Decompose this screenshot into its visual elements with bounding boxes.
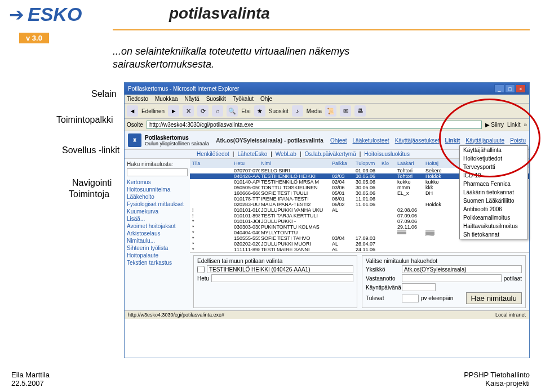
links-label[interactable]: Linkit — [507, 122, 520, 128]
menu-tools[interactable]: Työkalut — [233, 96, 254, 102]
sublink[interactable]: WebLab — [276, 151, 296, 157]
sidebar-item[interactable]: Hoitopalaute — [127, 252, 188, 259]
table-cell: * — [191, 235, 233, 241]
table-cell: 24.11.06 — [354, 247, 380, 252]
dropdown-item[interactable]: Sh tietokannat — [460, 230, 527, 239]
maximize-button[interactable]: □ — [505, 84, 515, 93]
table-row[interactable]: *111111-8985TESTI MAIRE SANNIAL24.11.06 — [190, 247, 529, 252]
dropdown-item[interactable]: Lääkärin tietokannat — [460, 188, 527, 197]
dropdown-item[interactable]: Käyttäjähallinta — [460, 146, 527, 154]
chevron-icon[interactable]: » — [524, 122, 527, 128]
table-cell — [424, 235, 448, 241]
box1-checkbox[interactable] — [197, 266, 205, 273]
dropdown-item[interactable]: Terveysportti — [460, 163, 527, 171]
sidebar-item[interactable]: Lääkehoito — [127, 193, 188, 201]
dropdown-item[interactable]: Antibiootti 2006 — [460, 205, 527, 213]
forward-button[interactable]: ► — [168, 105, 179, 117]
menu-view[interactable]: Näytä — [185, 96, 199, 102]
sidebar-title: Haku nimitaulusta: — [127, 161, 188, 167]
col-paikka[interactable]: Paikka — [331, 160, 354, 167]
col-hoitaj[interactable]: Hoitaj — [424, 160, 448, 167]
col-tulopvm[interactable]: Tulopvm — [354, 160, 380, 167]
status-right: Local intranet — [495, 312, 526, 318]
box2-tulevat-input[interactable] — [402, 295, 419, 302]
sidebar-search-input[interactable] — [127, 168, 188, 176]
box1-hetu-input[interactable] — [211, 274, 353, 282]
mail-icon[interactable]: ✉ — [340, 105, 351, 117]
favorites-label: Suosikit — [269, 108, 289, 114]
search-icon[interactable]: 🔍 — [227, 105, 238, 117]
menu-help[interactable]: Ohje — [260, 96, 272, 102]
table-cell: 30.05.06 — [354, 179, 380, 185]
home-button[interactable]: ⌂ — [212, 105, 223, 117]
print-icon[interactable]: 🖶 — [354, 105, 366, 117]
table-cell: 07.09.06 — [396, 219, 424, 224]
sidebar-item[interactable]: Kuumekurva — [127, 208, 188, 215]
statusbar: http://w3esko4:3030/cgi/potilasvalinta.e… — [125, 310, 529, 319]
table-cell — [191, 173, 233, 179]
table-cell — [396, 235, 424, 241]
sidebar-item[interactable]: Kertomus — [127, 179, 188, 186]
box2-yksikko-input[interactable]: Atk.os(OYSyleissairaala) — [402, 265, 522, 273]
col-hetu[interactable]: Hetu — [233, 160, 260, 167]
stop-button[interactable]: ✕ — [183, 105, 194, 117]
sidebar-item[interactable]: Avoimet hoitojaksot — [127, 222, 188, 230]
col-klo[interactable]: Klo — [380, 160, 396, 167]
sidebar-item[interactable]: Sihteerin työlista — [127, 244, 188, 252]
dropdown-item[interactable]: Haittavaikutusilmoitus — [460, 222, 527, 230]
sublink[interactable]: Henkilötiedot — [197, 151, 229, 157]
sidebar-item[interactable]: Lisää... — [127, 215, 188, 222]
table-cell — [396, 247, 424, 252]
dropdown-item[interactable]: Hoitoketjutiedot — [460, 154, 527, 163]
sidebar-item[interactable]: Fysiologiset mittaukset — [127, 201, 188, 208]
back-button[interactable]: ◄ — [127, 105, 138, 117]
box2-chk-label: pv eteenpäin — [421, 295, 453, 301]
sidebar-item[interactable]: Arkistoselaus — [127, 230, 188, 237]
sublink[interactable]: Os.lab.päiväkertymä — [305, 151, 356, 157]
box2-paiv-input[interactable] — [402, 283, 436, 291]
tab-laake[interactable]: Lääketulosteet — [353, 137, 389, 144]
sidebar-item[interactable]: Hoitosuunnitelma — [127, 186, 188, 193]
go-button[interactable]: ▶ Siirry — [485, 122, 504, 128]
refresh-button[interactable]: ⟳ — [197, 105, 209, 117]
table-cell — [380, 202, 396, 207]
box2-vasta-input[interactable] — [402, 274, 502, 282]
hae-button[interactable]: Hae nimitaulu — [466, 292, 522, 304]
table-cell — [424, 224, 448, 230]
media-icon[interactable]: ♪ — [292, 105, 303, 117]
table-cell: SOFIE TESTI TAHVO — [260, 235, 331, 241]
history-icon[interactable]: 📜 — [325, 105, 336, 117]
col-tila[interactable]: Tila — [191, 160, 233, 167]
dropdown-item[interactable]: Poikkeamailmoitus — [460, 213, 527, 222]
dropdown-item[interactable]: Pharmaca Fennica — [460, 180, 527, 188]
address-input[interactable]: http://w3esko4:3030/cgi/potilasvalinta.e… — [147, 121, 482, 129]
sidebar-item[interactable]: Tekstien tarkastus — [127, 259, 188, 266]
table-cell: 03/06 — [331, 185, 354, 190]
box1-input[interactable]: TESTIHENKILÖ HEIKKI (040426-AAA1) — [207, 265, 353, 273]
menu-file[interactable]: Tiedosto — [127, 96, 148, 102]
table-cell: 040426-AAA1 — [233, 173, 260, 179]
col-nimi[interactable]: Nimi — [260, 160, 331, 167]
favorites-icon[interactable]: ★ — [254, 105, 265, 117]
menu-favorites[interactable]: Suosikit — [206, 96, 226, 102]
table-cell: TESTI MAIRE SANNI — [260, 247, 331, 252]
close-button[interactable]: × — [516, 84, 526, 93]
tab-poistu[interactable]: Poistu — [510, 137, 526, 144]
box2-tulevat: Tulevat — [366, 295, 400, 301]
sublink[interactable]: LäheteEsko — [237, 151, 267, 157]
sidebar-item[interactable]: Nimitaulu... — [127, 237, 188, 244]
minimize-button[interactable]: _ — [494, 84, 504, 93]
table-cell: Sekero — [424, 168, 448, 173]
table-row[interactable]: *020202-0202JOULUPUKKI MUORIAL26.04.07 — [190, 241, 529, 247]
dropdown-item[interactable]: Suomen Lääkäriliitto — [460, 197, 527, 205]
box2-vasta: Vastaanotto — [366, 275, 400, 282]
tab-linkit[interactable]: Linkit — [445, 137, 460, 144]
sublink[interactable]: Hoitoisuusluokitus — [364, 151, 410, 157]
tab-asetukset[interactable]: Käyttäjäasetukset — [395, 137, 440, 144]
menu-edit[interactable]: Muokkaa — [155, 96, 178, 102]
col-laakari[interactable]: Lääkäri — [396, 160, 424, 167]
table-cell: ! — [191, 207, 233, 213]
tab-ohjeet[interactable]: Ohjeet — [330, 137, 347, 144]
tab-palaute[interactable]: Käyttäjäpaluute — [465, 137, 504, 144]
dropdown-item[interactable]: ICD-10 — [460, 171, 527, 180]
